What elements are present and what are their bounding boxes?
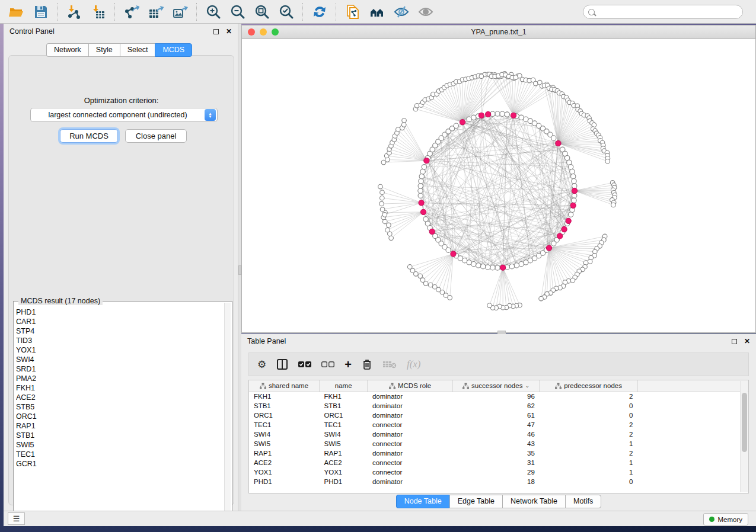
- network-node[interactable]: [407, 265, 412, 270]
- network-node[interactable]: [572, 193, 577, 198]
- maximize-window-icon[interactable]: [272, 28, 279, 36]
- network-node[interactable]: [428, 283, 433, 287]
- network-node[interactable]: [380, 207, 385, 212]
- network-node[interactable]: [420, 169, 425, 174]
- mcds-result-item[interactable]: SRD1: [16, 364, 224, 374]
- network-node[interactable]: [519, 261, 524, 266]
- mcds-result-item[interactable]: FKH1: [16, 383, 224, 393]
- network-hub-node[interactable]: [572, 188, 577, 193]
- network-node[interactable]: [505, 112, 509, 117]
- network-node[interactable]: [539, 296, 544, 301]
- tab-style[interactable]: Style: [88, 43, 120, 57]
- network-node[interactable]: [418, 184, 423, 188]
- network-node[interactable]: [418, 274, 423, 278]
- mcds-result-item[interactable]: ORC1: [16, 412, 224, 421]
- network-node[interactable]: [570, 174, 575, 178]
- table-options-icon[interactable]: ⚙: [257, 358, 266, 371]
- column-header-name[interactable]: name: [320, 380, 368, 392]
- tab-mcds[interactable]: MCDS: [155, 43, 192, 57]
- horizontal-splitter-handle[interactable]: [497, 331, 506, 334]
- table-row[interactable]: RAP1RAP1dominator352: [249, 448, 748, 458]
- memory-button[interactable]: Memory: [703, 513, 748, 525]
- network-node[interactable]: [402, 118, 407, 123]
- mcds-result-item[interactable]: STB5: [16, 402, 224, 412]
- criterion-dropdown[interactable]: largest connected component (undirected)…: [30, 108, 218, 122]
- network-node[interactable]: [570, 169, 575, 174]
- table-row[interactable]: ORC1ORC1dominator610: [249, 411, 748, 420]
- network-node[interactable]: [382, 213, 387, 217]
- network-hub-node[interactable]: [419, 200, 424, 206]
- minimize-window-icon[interactable]: [260, 28, 267, 36]
- delete-column-icon[interactable]: [362, 358, 372, 370]
- network-node[interactable]: [432, 284, 437, 289]
- network-node[interactable]: [487, 303, 492, 308]
- tab-node-table[interactable]: Node Table: [396, 495, 449, 508]
- network-node[interactable]: [476, 263, 480, 268]
- zoom-fit-icon[interactable]: [254, 4, 270, 20]
- network-node[interactable]: [490, 265, 495, 270]
- network-hub-node[interactable]: [500, 265, 505, 270]
- mcds-result-item[interactable]: GCR1: [16, 459, 224, 469]
- mcds-result-list[interactable]: PHD1CAR1STP4TID3YOX1SWI4SRD1PMA2FKH1ACE2…: [16, 307, 224, 518]
- network-hub-node[interactable]: [479, 113, 484, 118]
- network-hub-node[interactable]: [451, 251, 456, 257]
- network-hub-node[interactable]: [562, 226, 567, 232]
- network-node[interactable]: [471, 115, 476, 120]
- table-row[interactable]: YOX1YOX1connector291: [249, 467, 748, 477]
- network-node[interactable]: [500, 111, 505, 116]
- mcds-result-item[interactable]: CAR1: [16, 317, 224, 326]
- network-hub-node[interactable]: [570, 203, 576, 208]
- network-node[interactable]: [572, 179, 576, 184]
- show-columns-icon[interactable]: [276, 358, 288, 370]
- network-node[interactable]: [418, 193, 423, 198]
- table-row[interactable]: SWI5SWI5connector431: [249, 439, 748, 448]
- zoom-in-icon[interactable]: [205, 4, 221, 20]
- status-menu-icon[interactable]: ☰: [8, 512, 25, 525]
- zoom-selected-icon[interactable]: [278, 4, 294, 20]
- mcds-result-item[interactable]: PMA2: [16, 374, 224, 383]
- show-all-icon[interactable]: [417, 4, 433, 20]
- tab-network[interactable]: Network: [46, 43, 88, 57]
- network-node[interactable]: [479, 74, 484, 79]
- network-node[interactable]: [385, 227, 390, 232]
- mcds-result-item[interactable]: STP4: [16, 326, 224, 336]
- network-node[interactable]: [568, 165, 573, 169]
- export-image-icon[interactable]: [172, 4, 188, 20]
- network-node[interactable]: [422, 165, 426, 169]
- network-node[interactable]: [420, 278, 425, 283]
- network-node[interactable]: [454, 123, 458, 128]
- network-node[interactable]: [568, 212, 573, 217]
- network-node[interactable]: [389, 236, 394, 241]
- column-header-shared-name[interactable]: shared name: [249, 380, 320, 392]
- network-node[interactable]: [419, 179, 423, 184]
- close-table-panel-icon[interactable]: ✕: [744, 338, 750, 345]
- network-node[interactable]: [382, 219, 387, 224]
- mcds-result-item[interactable]: TID3: [16, 336, 224, 345]
- mcds-list-scrollbar[interactable]: [224, 303, 231, 520]
- network-node[interactable]: [379, 201, 384, 206]
- mcds-result-item[interactable]: SWI5: [16, 440, 224, 450]
- mcds-result-item[interactable]: YOX1: [16, 345, 224, 355]
- network-node[interactable]: [551, 136, 556, 140]
- export-network-icon[interactable]: [123, 4, 139, 20]
- table-row[interactable]: TEC1TEC1connector472: [249, 420, 748, 430]
- network-node[interactable]: [495, 111, 500, 116]
- unselect-all-columns-icon[interactable]: [321, 361, 334, 368]
- mcds-result-item[interactable]: PHD1: [16, 307, 224, 317]
- close-panel-button[interactable]: Close panel: [125, 129, 187, 143]
- add-column-icon[interactable]: +: [344, 358, 352, 370]
- save-session-icon[interactable]: [33, 4, 49, 20]
- clone-network-icon[interactable]: [344, 4, 361, 20]
- network-node[interactable]: [387, 223, 391, 227]
- first-neighbors-icon[interactable]: [369, 4, 385, 20]
- column-header-MCDS-role[interactable]: MCDS role: [368, 380, 452, 392]
- tab-motifs[interactable]: Motifs: [565, 495, 601, 508]
- column-header-successor-nodes[interactable]: successor nodes⌄: [452, 380, 540, 392]
- table-scrollbar[interactable]: [740, 381, 748, 492]
- network-hub-node[interactable]: [566, 218, 571, 223]
- network-hub-node[interactable]: [486, 111, 491, 117]
- network-node[interactable]: [514, 263, 519, 268]
- open-session-icon[interactable]: [8, 4, 24, 20]
- table-row[interactable]: FKH1FKH1dominator962: [249, 392, 748, 401]
- network-hub-node[interactable]: [557, 233, 563, 239]
